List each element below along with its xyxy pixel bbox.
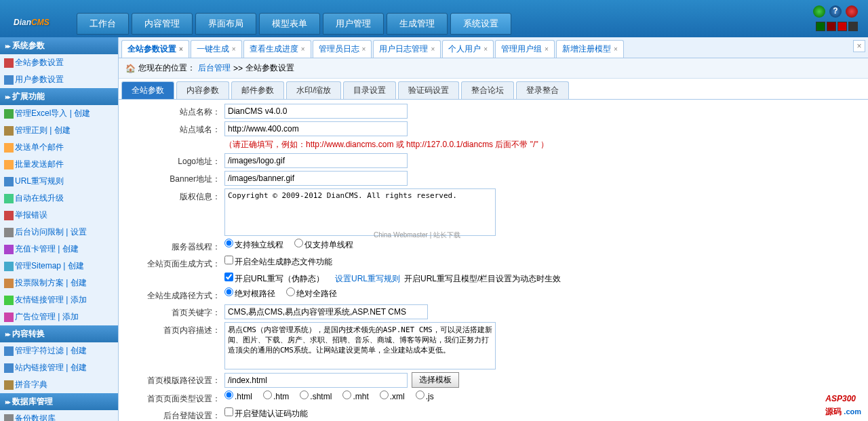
input-banner[interactable] [224,171,408,186]
label-logo: Logo地址： [123,153,224,167]
sidebar-item-vote[interactable]: 投票限制方案 | 创建 [0,275,118,292]
theme-red[interactable] [837,22,847,31]
sidebar-item-excel[interactable]: 管理Excel导入 | 创建 [0,105,118,122]
sidebar-item-mail[interactable]: 发送单个邮件 [0,139,118,156]
close-icon[interactable]: × [179,45,183,53]
close-icon[interactable]: × [301,45,305,53]
sidebar-group-ext[interactable]: 扩展功能 [0,88,118,105]
sidebar-item-filter[interactable]: 管理字符过滤 | 创建 [0,342,118,359]
input-domain[interactable] [224,121,408,136]
help-icon[interactable]: ? [829,5,842,18]
close-icon[interactable]: × [431,45,435,53]
close-icon[interactable]: × [545,45,549,53]
subtab-captcha[interactable]: 验证码设置 [398,81,459,99]
check-urlrewrite[interactable] [224,273,233,281]
tab-siteparams[interactable]: 全站参数设置× [121,40,189,58]
sidebar-item-upgrade[interactable]: 自动在线升级 [0,190,118,207]
topnav-generate[interactable]: 生成管理 [387,13,448,35]
input-keywords[interactable] [224,304,428,319]
close-icon[interactable]: × [232,45,236,53]
label-keywords: 首页关键字： [123,304,224,319]
sidebar-item-pinyin[interactable]: 拼音字典 [0,376,118,393]
tab-userlog[interactable]: 用户日志管理× [373,40,441,58]
subtab-site[interactable]: 全站参数 [121,81,174,99]
tab-regmodel[interactable]: 新增注册模型× [556,40,624,58]
refresh-icon[interactable] [813,5,825,18]
check-static[interactable] [224,256,233,264]
radio-path-full[interactable] [286,287,295,296]
sidebar-item-regex[interactable]: 管理正则 | 创建 [0,122,118,139]
radio-path-root[interactable] [224,287,233,296]
subtab-mail[interactable]: 邮件参数 [231,81,284,99]
sidebar-item-card[interactable]: 充值卡管理 | 创建 [0,241,118,258]
tab-usergroup[interactable]: 管理用户组× [495,40,555,58]
header-icons: ? [813,5,858,18]
topnav-model[interactable]: 模型表单 [259,13,320,35]
sidebar-item-batchmail[interactable]: 批量发送邮件 [0,156,118,173]
subtab-forum[interactable]: 整合论坛 [461,81,514,99]
topnav-content[interactable]: 内容管理 [132,13,193,35]
topnav-system[interactable]: 系统设置 [450,13,511,35]
radio-xml[interactable] [380,390,389,399]
tab-personal[interactable]: 个人用户× [442,40,494,58]
tab-progress[interactable]: 查看生成进度× [243,40,311,58]
input-sitename[interactable] [224,104,408,119]
theme-dark[interactable] [848,22,858,31]
theme-green[interactable] [816,22,825,31]
sidebar-item-report[interactable]: 举报错误 [0,207,118,224]
breadcrumb: 🏠 您现在的位置： 后台管理 >> 全站参数设置 [119,58,868,79]
sidebar-item-innerlink[interactable]: 站内链接管理 | 创建 [0,359,118,376]
link-urlrewrite[interactable]: 设置URL重写规则 [335,273,400,285]
power-icon[interactable] [846,5,858,18]
label-tplpath: 首页模版路径设置： [123,372,224,386]
sidebar-item-urlrewrite[interactable]: URL重写规则 [0,173,118,190]
sidebar-item-sitemap[interactable]: 管理Sitemap | 创建 [0,258,118,275]
topnav-layout[interactable]: 界面布局 [195,13,256,35]
subtab-login[interactable]: 登录整合 [516,81,569,99]
sidebar-item-ads[interactable]: 广告位管理 | 添加 [0,308,118,325]
close-icon[interactable]: × [614,45,618,53]
form: 站点名称： 站点域名： （请正确填写，例如：http://www.diancms… [119,100,868,421]
radio-mht[interactable] [342,390,351,399]
sidebar-item-userparams[interactable]: 用户参数设置 [0,71,118,88]
subtab-dir[interactable]: 目录设置 [343,81,396,99]
btn-choose-tpl[interactable]: 选择模板 [412,372,459,388]
tab-onekey[interactable]: 一键生成× [191,40,242,58]
tab-adminlog[interactable]: 管理员日志× [313,40,372,58]
topnav-workspace[interactable]: 工作台 [77,13,129,35]
sidebar-item-siteparams[interactable]: 全站参数设置 [0,54,118,71]
topnav-user[interactable]: 用户管理 [323,13,384,35]
sidebar-group-convert[interactable]: 内容转换 [0,325,118,342]
input-tplpath[interactable] [224,373,408,388]
label-pagetype: 首页页面类型设置： [123,390,224,405]
sidebar-item-backup[interactable]: 备份数据库 [0,410,118,421]
sidebar-item-access[interactable]: 后台访问限制 | 设置 [0,224,118,241]
radio-htm[interactable] [263,390,272,399]
close-icon[interactable]: × [484,45,488,53]
watermark-logo: ASP300源码 .com [825,384,861,418]
input-logo[interactable] [224,153,408,168]
close-all-tabs[interactable]: × [853,40,865,52]
theme-colors [816,22,858,31]
sidebar-group-db[interactable]: 数据库管理 [0,393,118,410]
radio-js[interactable] [416,390,425,399]
label-pathmode: 全站生成路径方式： [123,287,224,302]
subtab-content[interactable]: 内容参数 [176,81,229,99]
radio-shtml[interactable] [300,390,309,399]
radio-html[interactable] [224,390,233,399]
check-captcha[interactable] [224,407,233,416]
breadcrumb-current: 全站参数设置 [245,62,294,74]
sidebar-item-links[interactable]: 友情链接管理 | 添加 [0,292,118,308]
input-desc[interactable]: 易点CMS（内容管理系统），是国内技术领先的ASP.NET CMS，可以灵活搭建… [224,322,496,369]
sidebar-group-system[interactable]: 系统参数 [0,37,118,54]
sub-tab-bar: 全站参数 内容参数 邮件参数 水印/缩放 目录设置 验证码设置 整合论坛 登录整… [119,79,868,100]
sidebar: 系统参数 全站参数设置 用户参数设置 扩展功能 管理Excel导入 | 创建 管… [0,37,119,421]
breadcrumb-link[interactable]: 后台管理 [198,62,231,74]
label-domain: 站点域名： [123,121,224,136]
theme-darkred[interactable] [827,22,836,31]
radio-thread-single[interactable] [294,239,303,247]
subtab-watermark[interactable]: 水印/缩放 [286,81,341,99]
input-copyright[interactable]: Copyright © 2009-2012 DianCMS. All right… [224,188,496,236]
radio-thread-multi[interactable] [224,239,233,247]
close-icon[interactable]: × [362,45,366,53]
